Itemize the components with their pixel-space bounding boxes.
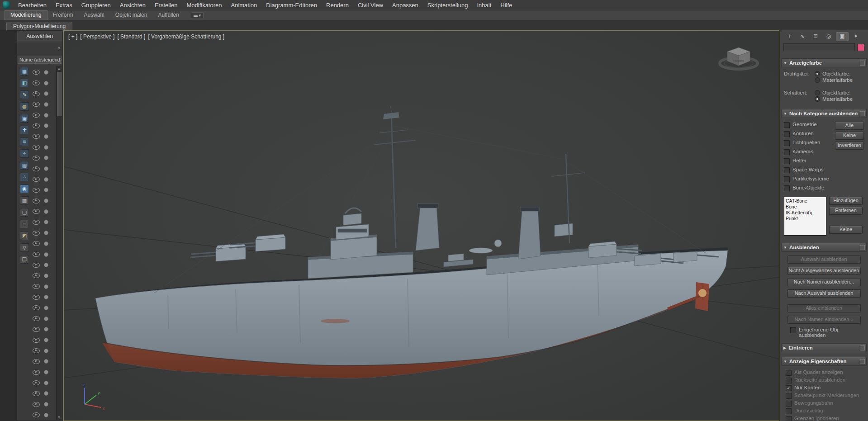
filter-xref-icon[interactable]: ▥ <box>20 196 29 205</box>
checkbox[interactable] <box>784 185 790 191</box>
visibility-eye-icon[interactable] <box>33 359 40 364</box>
filter-lights-icon[interactable]: ◍ <box>20 102 29 111</box>
alle-button[interactable]: Alle <box>835 122 864 130</box>
ribbon-tab-auffüllen[interactable]: Auffüllen <box>152 10 184 20</box>
checkbox[interactable] <box>786 401 792 407</box>
alles-einblenden-button[interactable]: Alles einblenden <box>787 304 861 312</box>
filter-folder-icon[interactable]: ❑ <box>20 255 29 264</box>
checkbox[interactable] <box>786 408 792 414</box>
visibility-eye-icon[interactable] <box>33 391 40 396</box>
category-partikelsysteme-checkbox[interactable]: Partikelsysteme <box>784 176 834 185</box>
scene-list-row[interactable] <box>33 378 56 388</box>
list-item-ik-kettenobj[interactable]: IK-Kettenobj. <box>786 210 825 216</box>
rollout-header-anzeige-eigenschaften[interactable]: ▼ Anzeige-Eigenschaften <box>781 357 867 366</box>
command-tab-motion-icon[interactable]: ◎ <box>823 32 835 40</box>
schattiert-objektfarbe-radio[interactable]: Objektfarbe: <box>815 90 864 95</box>
scene-list-row[interactable] <box>33 410 56 421</box>
filter-groups-icon[interactable]: ▢ <box>20 208 29 217</box>
filter-materials-icon[interactable]: ◩ <box>20 232 29 240</box>
visibility-eye-icon[interactable] <box>33 123 40 128</box>
name-column-header[interactable]: Name (absteigend) ▾ <box>18 56 62 64</box>
visibility-eye-icon[interactable] <box>33 113 40 118</box>
scroll-down-icon[interactable]: ▼ <box>57 415 62 420</box>
checkbox[interactable] <box>784 176 790 182</box>
rollout-header-einfrieren[interactable]: ▶ Einfrieren <box>781 343 867 352</box>
visibility-eye-icon[interactable] <box>33 380 40 385</box>
filter-particles-icon[interactable]: ∴ <box>20 173 29 181</box>
panel-overflow-icon[interactable]: » <box>57 45 60 50</box>
scene-list-row[interactable] <box>33 249 56 260</box>
scene-list-row[interactable] <box>33 67 56 78</box>
visibility-eye-icon[interactable] <box>33 188 40 193</box>
scene-list-row[interactable] <box>33 313 56 324</box>
command-tab-modify-icon[interactable]: ∿ <box>797 32 808 40</box>
scene-list-row[interactable] <box>33 131 56 142</box>
app-logo-icon[interactable] <box>3 1 10 9</box>
ribbon-tab-freiform[interactable]: Freiform <box>47 10 79 20</box>
pin-icon[interactable] <box>860 111 865 116</box>
menu-item-inhalt[interactable]: Inhalt <box>472 0 496 10</box>
visibility-eye-icon[interactable] <box>33 412 40 417</box>
ribbon-tab-modellierung[interactable]: Modellierung <box>5 10 47 20</box>
scene-list-row[interactable] <box>33 153 56 164</box>
ribbon-tab-auswahl[interactable]: Auswahl <box>78 10 109 20</box>
scene-list-row[interactable] <box>33 110 56 121</box>
checkbox[interactable] <box>784 131 790 137</box>
menu-item-skripterstellung[interactable]: Skripterstellung <box>423 0 473 10</box>
display-prop-durchsichtig-checkbox[interactable]: Durchsichtig <box>786 408 864 416</box>
scene-list-row[interactable] <box>33 335 56 345</box>
radio-icon[interactable] <box>815 96 820 102</box>
scene-list-row[interactable] <box>33 292 56 303</box>
visibility-eye-icon[interactable] <box>33 70 40 75</box>
scene-list-row[interactable] <box>33 345 56 356</box>
menu-item-rendern[interactable]: Rendern <box>322 0 353 10</box>
nach-auswahl-ausblenden-button[interactable]: Nach Auswahl ausblenden <box>787 289 861 298</box>
visibility-eye-icon[interactable] <box>33 102 40 107</box>
ribbon-panel-tab-polygon-modellierung[interactable]: Polygon-Modellierung <box>6 22 72 31</box>
viewport[interactable]: [ + ][ Perspektive ][ Standard ][ Vorgab… <box>63 30 779 421</box>
visibility-eye-icon[interactable] <box>33 80 40 85</box>
pin-icon[interactable] <box>860 61 865 66</box>
command-tab-hierarchy-icon[interactable]: ≣ <box>810 32 821 40</box>
scene-list-row[interactable] <box>33 399 56 410</box>
visibility-eye-icon[interactable] <box>33 338 40 343</box>
keine-list-button[interactable]: Keine <box>829 226 863 234</box>
display-prop-als-quader-anzeigen-checkbox[interactable]: Als Quader anzeigen <box>786 369 864 377</box>
checkbox[interactable]: ✓ <box>786 385 792 391</box>
checkbox[interactable] <box>784 122 790 128</box>
category-konturen-checkbox[interactable]: Konturen <box>784 131 834 140</box>
category-helfer-checkbox[interactable]: Helfer <box>784 158 834 167</box>
menu-item-bearbeiten[interactable]: Bearbeiten <box>14 0 51 10</box>
visibility-eye-icon[interactable] <box>33 316 40 321</box>
list-item-cat-bone[interactable]: CAT-Bone <box>786 198 825 204</box>
checkbox[interactable] <box>784 167 790 173</box>
filter-shapes-icon[interactable]: ✎ <box>20 90 29 99</box>
filter-selected-icon[interactable]: ◉ <box>20 184 29 193</box>
visibility-eye-icon[interactable] <box>33 134 40 139</box>
display-prop-grenzen-ignorieren-checkbox[interactable]: Grenzen ignorieren <box>786 416 864 421</box>
filter-geometry-icon[interactable]: ◧ <box>20 79 29 87</box>
filter-notes-icon[interactable]: ≡ <box>20 220 29 228</box>
scroll-up-icon[interactable]: ▲ <box>57 66 62 71</box>
entfernen-list-button[interactable]: Entfernen <box>829 207 863 215</box>
category-kameras-checkbox[interactable]: Kameras <box>784 149 834 158</box>
category-geometrie-checkbox[interactable]: Geometrie <box>784 122 834 131</box>
visibility-eye-icon[interactable] <box>33 273 40 278</box>
scene-list-row[interactable] <box>33 227 56 238</box>
rollout-header-nach-kategorie[interactable]: ▼ Nach Kategorie ausblenden <box>781 109 867 118</box>
checkbox[interactable] <box>786 370 792 376</box>
command-tab-create-icon[interactable]: + <box>783 32 795 40</box>
menu-item-extras[interactable]: Extras <box>51 0 77 10</box>
visibility-eye-icon[interactable] <box>33 166 40 171</box>
pin-icon[interactable] <box>860 359 865 364</box>
category-bone-objekte-checkbox[interactable]: Bone-Objekte <box>784 185 834 194</box>
list-item-punkt[interactable]: Punkt <box>786 216 825 222</box>
visibility-eye-icon[interactable] <box>33 402 40 407</box>
visibility-eye-icon[interactable] <box>33 305 40 310</box>
menu-item-erstellen[interactable]: Erstellen <box>150 0 182 10</box>
ribbon-tab-objekt-malen[interactable]: Objekt malen <box>110 10 153 20</box>
viewcube[interactable]: Hinten <box>714 38 764 76</box>
scene-list-row[interactable] <box>33 303 56 313</box>
checkbox[interactable] <box>784 149 790 155</box>
scene-list-row[interactable] <box>33 185 56 196</box>
